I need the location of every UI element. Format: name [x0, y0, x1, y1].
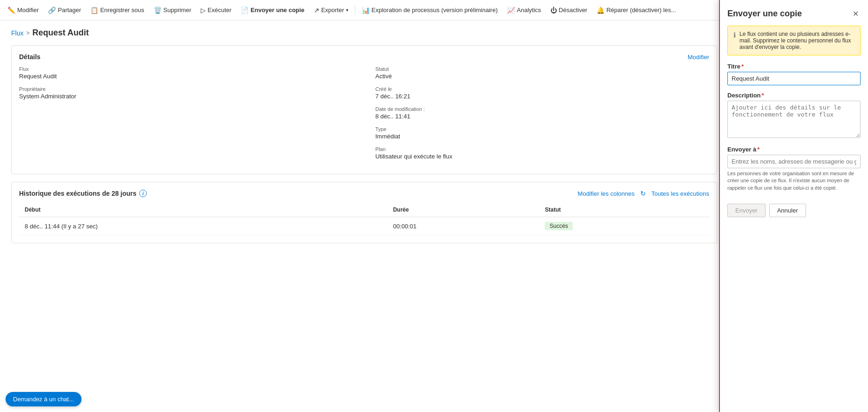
breadcrumb-current: Request Audit	[32, 28, 88, 38]
share-icon: 🔗	[48, 7, 56, 14]
cell-debut: 8 déc.. 11:44 (Il y a 27 sec)	[19, 217, 387, 235]
exporter-button[interactable]: ↗ Exporter ▾	[310, 5, 352, 16]
warning-text: Le flux contient une ou plusieurs adress…	[739, 31, 854, 50]
desactiver-button[interactable]: ⏻ Désactiver	[547, 5, 591, 16]
send-to-hint: Les personnes de votre organisation sont…	[727, 170, 861, 192]
history-card: Historique des exécutions de 28 jours i …	[11, 182, 717, 243]
send-copy-icon: 📄	[241, 7, 249, 14]
date-modif-value: 8 déc.. 11:41	[375, 113, 709, 120]
send-to-field-group: Envoyer à * Les personnes de votre organ…	[727, 146, 861, 192]
type-field: Type Immédiat	[375, 126, 709, 140]
analytics-icon: 📈	[507, 7, 515, 14]
modify-columns-link[interactable]: Modifier les colonnes	[578, 190, 635, 197]
cell-statut: Succès	[539, 217, 709, 235]
dropdown-chevron-icon: ▾	[346, 7, 348, 13]
all-executions-link[interactable]: Toutes les exécutions	[651, 190, 709, 197]
history-actions: Modifier les colonnes ↻ Toutes les exécu…	[578, 190, 709, 197]
send-to-required: *	[757, 146, 760, 153]
details-left: Flux Request Audit Propriétaire System A…	[19, 66, 364, 166]
flux-field: Flux Request Audit	[19, 66, 353, 80]
envoyer-copie-button[interactable]: 📄 Envoyer une copie	[237, 5, 308, 16]
exploration-icon: 📊	[362, 7, 370, 14]
proprietaire-value: System Administrator	[19, 93, 353, 100]
content-area: Flux > Request Audit Détails Modifier Fl…	[0, 21, 728, 412]
statut-label: Statut	[375, 66, 709, 72]
date-modif-label: Date de modification :	[375, 106, 709, 112]
refresh-icon[interactable]: ↻	[640, 190, 646, 197]
details-card-header: Détails Modifier	[19, 53, 709, 61]
description-required: *	[762, 92, 764, 99]
warning-box: ℹ Le flux contient une ou plusieurs adre…	[727, 26, 861, 55]
cree-le-value: 7 déc.. 16:21	[375, 93, 709, 100]
breadcrumb-parent[interactable]: Flux	[11, 29, 23, 37]
details-edit-link[interactable]: Modifier	[688, 54, 709, 61]
breadcrumb: Flux > Request Audit	[11, 28, 717, 38]
modifier-button[interactable]: ✏️ Modifier	[4, 5, 42, 16]
proprietaire-label: Propriétaire	[19, 86, 353, 92]
breadcrumb-separator: >	[26, 30, 29, 36]
power-icon: ⏻	[550, 7, 557, 14]
panel-footer: Envoyer Annuler	[727, 198, 861, 217]
plan-field: Plan Utilisateur qui exécute le flux	[375, 146, 709, 160]
send-to-label: Envoyer à *	[727, 146, 861, 153]
history-table-header: Début Durée Statut	[19, 203, 709, 217]
cree-le-label: Créé le	[375, 86, 709, 92]
executer-button[interactable]: ▷ Exécuter	[197, 5, 235, 16]
panel-close-button[interactable]: ✕	[851, 7, 861, 20]
history-header: Historique des exécutions de 28 jours i …	[19, 190, 709, 197]
description-field-label: Description *	[727, 92, 861, 99]
type-value: Immédiat	[375, 133, 709, 140]
col-statut: Statut	[539, 203, 709, 217]
separator	[355, 6, 355, 15]
flux-value: Request Audit	[19, 73, 353, 80]
panel-header: Envoyer une copie ✕	[720, 0, 868, 26]
send-to-input[interactable]	[727, 155, 861, 168]
proprietaire-field: Propriétaire System Administrator	[19, 86, 353, 100]
enregistrer-sous-button[interactable]: 📋 Enregistrer sous	[87, 5, 148, 16]
export-icon: ↗	[314, 7, 319, 14]
warning-icon: ℹ	[733, 31, 736, 50]
cell-duree: 00:00:01	[387, 217, 539, 235]
history-table-body: 8 déc.. 11:44 (Il y a 27 sec) 00:00:01 S…	[19, 217, 709, 235]
delete-icon: 🗑️	[154, 7, 162, 14]
details-title: Détails	[19, 53, 41, 61]
description-field-group: Description *	[727, 92, 861, 139]
flux-label: Flux	[19, 66, 353, 72]
history-title: Historique des exécutions de 28 jours	[19, 190, 136, 197]
cree-le-field: Créé le 7 déc.. 16:21	[375, 86, 709, 100]
history-info-icon[interactable]: i	[139, 190, 147, 197]
type-label: Type	[375, 126, 709, 132]
save-as-icon: 📋	[90, 7, 98, 14]
plan-value: Utilisateur qui exécute le flux	[375, 153, 709, 160]
analytics-button[interactable]: 📈 Analytics	[503, 5, 545, 16]
details-grid: Flux Request Audit Propriétaire System A…	[19, 66, 709, 166]
history-table: Début Durée Statut 8 déc.. 11:44 (Il y a…	[19, 203, 709, 235]
send-button[interactable]: Envoyer	[727, 204, 766, 217]
status-badge: Succès	[545, 222, 572, 230]
send-copy-panel: Envoyer une copie ✕ ℹ Le flux contient u…	[719, 0, 868, 412]
edit-icon: ✏️	[7, 7, 15, 14]
panel-title: Envoyer une copie	[727, 9, 802, 19]
details-right: Statut Activé Créé le 7 déc.. 16:21 Date…	[364, 66, 709, 166]
statut-field: Statut Activé	[375, 66, 709, 80]
supprimer-button[interactable]: 🗑️ Supprimer	[150, 5, 195, 16]
title-field-group: Titre *	[727, 63, 861, 85]
history-title-area: Historique des exécutions de 28 jours i	[19, 190, 147, 197]
plan-label: Plan	[375, 146, 709, 152]
bell-icon: 🔔	[597, 7, 604, 14]
partager-button[interactable]: 🔗 Partager	[44, 5, 85, 16]
exploration-button[interactable]: 📊 Exploration de processus (version prél…	[358, 5, 502, 16]
statut-value: Activé	[375, 73, 709, 80]
reparer-button[interactable]: 🔔 Réparer (désactiver) les...	[593, 5, 680, 16]
details-card: Détails Modifier Flux Request Audit Prop…	[11, 45, 717, 174]
description-textarea[interactable]	[727, 101, 861, 138]
title-field-label: Titre *	[727, 63, 861, 70]
col-duree: Durée	[387, 203, 539, 217]
title-required: *	[741, 63, 744, 70]
col-debut: Début	[19, 203, 387, 217]
date-modif-field: Date de modification : 8 déc.. 11:41	[375, 106, 709, 120]
chat-button[interactable]: Demandez à un chat...	[6, 392, 81, 406]
cancel-button[interactable]: Annuler	[769, 204, 806, 217]
title-input[interactable]	[727, 72, 861, 85]
run-icon: ▷	[201, 7, 206, 14]
